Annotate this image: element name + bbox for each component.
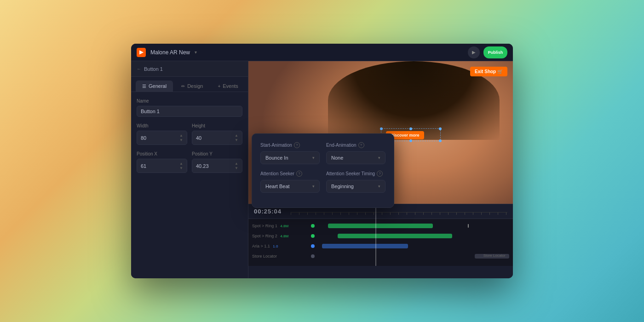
app-window: ▶ Malone AR New ▾ ▶ Publish ← Button 1 ☰… xyxy=(131,44,513,278)
start-animation-select[interactable]: Bounce In ▾ xyxy=(260,151,320,164)
attention-seeker-col: Attention Seeker ? Heart Beat ▾ xyxy=(260,171,320,193)
attention-seeker-value: Heart Beat xyxy=(265,184,290,189)
attention-timing-value: Beginning xyxy=(331,184,354,189)
title-dropdown-arrow[interactable]: ▾ xyxy=(195,50,197,55)
track-bar-0 xyxy=(328,224,433,228)
timeline-tracks: Spot > Ring 1 4.8M Spo xyxy=(248,219,513,263)
exit-shop-label: Exit Shop 🛒 xyxy=(475,69,503,74)
handle-tl[interactable] xyxy=(380,127,383,130)
left-panel: ← Button 1 ☰ General ✏ Design + Events xyxy=(131,61,248,278)
position-x-field-group: Position X 61 ▲▼ xyxy=(137,151,187,173)
size-row: Width 80 ▲▼ Height 40 xyxy=(137,123,242,151)
name-input[interactable] xyxy=(137,106,242,117)
attention-timing-select[interactable]: Beginning ▾ xyxy=(326,180,385,193)
tab-general-label: General xyxy=(149,83,167,89)
end-animation-select[interactable]: None ▾ xyxy=(326,151,385,164)
end-animation-chevron-icon: ▾ xyxy=(378,155,380,160)
position-x-value: 61 xyxy=(141,163,146,169)
track-bar-1 xyxy=(338,234,452,238)
title-bar-left: ▶ Malone AR New ▾ xyxy=(137,48,197,57)
handle-br[interactable] xyxy=(439,139,442,142)
tab-events-label: Events xyxy=(223,83,238,89)
tab-general[interactable]: ☰ General xyxy=(136,80,173,92)
track-bar-container-3: Store Locator xyxy=(318,253,509,259)
position-y-field-group: Position Y 40.23 ▲▼ xyxy=(192,151,242,173)
name-field-group: Name xyxy=(137,98,242,117)
track-indicator-1 xyxy=(311,234,315,238)
end-animation-value: None xyxy=(331,155,343,161)
app-title: Malone AR New xyxy=(150,49,190,56)
attention-timing-col: Attention Seeker Timing ? Beginning ▾ xyxy=(326,171,385,193)
attention-timing-label: Attention Seeker Timing ? xyxy=(326,171,385,177)
position-y-value: 40.23 xyxy=(196,163,209,169)
height-label: Height xyxy=(192,123,242,128)
attention-seeker-label: Attention Seeker ? xyxy=(260,171,320,177)
width-field-group: Width 80 ▲▼ xyxy=(137,123,187,145)
track-bar-2 xyxy=(322,244,408,248)
back-icon[interactable]: ← xyxy=(137,66,141,71)
attention-timing-chevron-icon: ▾ xyxy=(378,184,380,189)
track-label-1: Spot > Ring 2 4.8M xyxy=(252,234,307,238)
position-y-label: Position Y xyxy=(192,151,242,156)
height-input[interactable]: 40 ▲▼ xyxy=(192,131,242,145)
name-label: Name xyxy=(137,98,242,104)
exit-shop-button[interactable]: Exit Shop 🛒 xyxy=(470,67,507,76)
design-tab-icon: ✏ xyxy=(181,84,185,89)
store-locator-text: Store Locator xyxy=(483,253,506,258)
track-handles-0 xyxy=(466,224,471,228)
width-label: Width xyxy=(137,123,187,128)
attention-seeker-help-icon[interactable]: ? xyxy=(296,171,302,177)
track-row-1: Spot > Ring 2 4.8M xyxy=(248,231,513,241)
track-bar-container-2 xyxy=(318,243,509,249)
start-animation-chevron-icon: ▾ xyxy=(312,155,315,160)
position-y-arrows: ▲▼ xyxy=(235,161,238,170)
track-indicator-0 xyxy=(311,224,315,228)
width-input[interactable]: 80 ▲▼ xyxy=(137,131,187,145)
tab-design[interactable]: ✏ Design xyxy=(175,80,209,92)
track-bar-container-1 xyxy=(318,233,509,239)
height-value: 40 xyxy=(196,135,201,141)
height-field-group: Height 40 ▲▼ xyxy=(192,123,242,145)
tab-design-label: Design xyxy=(187,83,203,89)
end-animation-col: End-Animation ? None ▾ xyxy=(326,142,385,164)
track-row-0: Spot > Ring 1 4.8M xyxy=(248,221,513,231)
handle-tr[interactable] xyxy=(439,127,442,130)
track-bar-container-0 xyxy=(318,223,509,229)
app-logo: ▶ xyxy=(137,48,146,57)
publish-button[interactable]: Publish xyxy=(483,46,507,58)
position-x-label: Position X xyxy=(137,151,187,156)
track-indicator-3 xyxy=(311,254,315,258)
timeline: 00:25:04 xyxy=(248,204,513,266)
width-arrows: ▲▼ xyxy=(179,133,183,142)
track-badge-2: 1.0 xyxy=(273,244,278,248)
track-row-3: Store Locator Store Locator xyxy=(248,251,513,261)
track-label-0: Spot > Ring 1 4.8M xyxy=(252,224,307,228)
track-label-3: Store Locator xyxy=(252,254,307,259)
general-tab-icon: ☰ xyxy=(142,84,146,89)
breadcrumb: ← Button 1 xyxy=(131,61,248,77)
title-bar-right: ▶ Publish xyxy=(468,46,507,58)
end-animation-help-icon[interactable]: ? xyxy=(358,142,364,148)
position-y-input[interactable]: 40.23 ▲▼ xyxy=(192,159,242,173)
start-animation-value: Bounce In xyxy=(265,155,288,161)
title-bar: ▶ Malone AR New ▾ ▶ Publish xyxy=(131,44,513,61)
position-x-arrows: ▲▼ xyxy=(179,161,183,170)
anim-row-bottom: Attention Seeker ? Heart Beat ▾ Attentio… xyxy=(260,171,385,193)
play-button[interactable]: ▶ xyxy=(468,46,480,58)
position-x-input[interactable]: 61 ▲▼ xyxy=(137,159,187,173)
width-value: 80 xyxy=(141,135,146,141)
start-animation-help-icon[interactable]: ? xyxy=(294,142,300,148)
track-badge-1: 4.8M xyxy=(280,234,288,238)
tabs-bar: ☰ General ✏ Design + Events xyxy=(131,77,248,92)
track-badge-0: 4.8M xyxy=(280,224,288,228)
height-arrows: ▲▼ xyxy=(235,133,238,142)
track-indicator-2 xyxy=(311,244,315,248)
attention-timing-help-icon[interactable]: ? xyxy=(377,171,383,177)
timecode-display: 00:25:04 xyxy=(254,208,282,215)
animation-panel: Start-Animation ? Bounce In ▾ End-Animat… xyxy=(252,133,394,208)
track-label-2: Aria > 1.1 1.0 xyxy=(252,244,307,248)
tab-events[interactable]: + Events xyxy=(211,80,244,92)
handle-bm[interactable] xyxy=(409,139,412,142)
handle-tm[interactable] xyxy=(409,127,412,130)
attention-seeker-select[interactable]: Heart Beat ▾ xyxy=(260,180,320,193)
